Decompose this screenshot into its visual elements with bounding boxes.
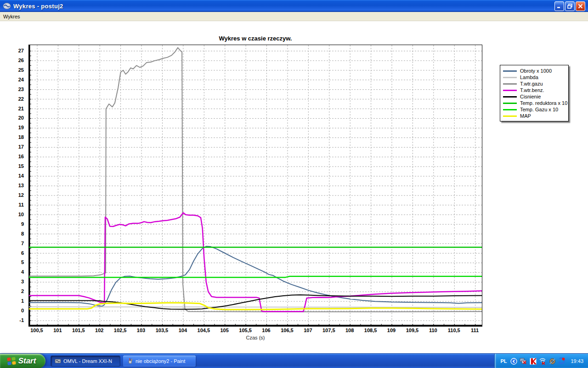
hide-icons-chevron[interactable] <box>510 357 517 365</box>
x-axis-tick-label: 102 <box>89 328 109 333</box>
legend-line-sample <box>503 103 517 104</box>
legend-label: T.wtr.benz. <box>520 87 544 93</box>
x-axis-tick-label: 104,5 <box>193 328 214 333</box>
volume-icon[interactable] <box>548 357 556 365</box>
x-axis-tick-label: 100,5 <box>27 328 47 333</box>
close-button[interactable] <box>576 1 585 11</box>
language-indicator[interactable]: PL <box>500 358 508 364</box>
legend-label: Obroty x 1000 <box>520 68 552 74</box>
legend-line-sample <box>503 109 517 110</box>
y-axis-tick-label: 18 <box>1 134 24 140</box>
start-label: Start <box>18 356 39 366</box>
kaspersky-icon[interactable] <box>529 357 537 365</box>
y-axis-tick-label: 19 <box>1 125 24 130</box>
omvl-task-icon <box>55 358 61 364</box>
legend-label: Temp. Gazu x 10 <box>520 107 558 112</box>
windows-logo-icon <box>6 356 17 366</box>
legend-label: Temp. reduktora x 10 <box>520 100 567 106</box>
legend-label: Cisnienie <box>520 94 541 99</box>
legend-item: Temp. reduktora x 10 <box>503 100 565 106</box>
x-axis-tick-label: 107,5 <box>319 328 339 333</box>
close-icon <box>578 4 583 9</box>
y-axis-tick-label: 9 <box>1 221 24 227</box>
y-axis-tick-label: 20 <box>1 115 24 121</box>
wireless-error-icon[interactable] <box>539 357 546 365</box>
x-axis-tick-label: 104 <box>173 328 193 333</box>
y-axis-tick-label: 10 <box>1 212 24 217</box>
plot-area <box>28 45 482 327</box>
chart-panel: Wykres w czasie rzeczyw. -10123456789101… <box>0 21 588 353</box>
y-axis-tick-label: 3 <box>1 279 24 284</box>
x-axis-tick-label: 108 <box>339 328 360 333</box>
legend-line-sample <box>503 96 517 98</box>
y-axis-tick-label: 15 <box>1 163 24 169</box>
y-axis-tick-label: 7 <box>1 241 24 246</box>
series-t-wtr-gazu <box>29 48 482 312</box>
y-axis-tick-label: 6 <box>1 250 24 256</box>
legend-line-sample <box>503 83 517 85</box>
taskbar-clock[interactable]: 19:43 <box>568 358 583 364</box>
y-axis-labels: -101234567891011121314151617181920212223… <box>0 21 26 353</box>
y-axis-tick-label: 27 <box>1 48 24 53</box>
y-axis-tick-label: 8 <box>1 231 24 236</box>
y-axis-tick-label: 14 <box>1 173 24 178</box>
legend-item: Temp. Gazu x 10 <box>503 106 565 113</box>
x-axis-tick-label: 101 <box>47 328 68 333</box>
legend-line-sample <box>503 70 517 72</box>
y-axis-tick-label: 0 <box>1 308 24 313</box>
network-disconnected-icon[interactable] <box>520 357 527 365</box>
series-map <box>29 303 482 310</box>
legend-line-sample <box>503 115 517 117</box>
x-axis-tick-label: 102,5 <box>110 328 130 333</box>
updates-icon[interactable] <box>558 357 565 365</box>
x-axis-labels: 100,5101101,5102102,5103103,5104104,5105… <box>0 328 505 334</box>
y-axis-tick-label: 11 <box>1 202 24 207</box>
x-axis-tick-label: 101,5 <box>68 328 89 333</box>
chart-title: Wykres w czasie rzeczyw. <box>28 35 482 42</box>
y-axis-tick-label: 21 <box>1 106 24 111</box>
legend-item: Lambda <box>503 74 565 80</box>
y-axis-tick-label: 12 <box>1 192 24 198</box>
y-axis-tick-label: -1 <box>1 317 24 323</box>
taskbar: Start OMVL - Dream XXI-N nie obciążony2 … <box>0 353 588 368</box>
task-label: OMVL - Dream XXI-N <box>63 358 112 364</box>
y-axis-tick-label: 24 <box>1 77 24 82</box>
y-axis-tick-label: 5 <box>1 259 24 265</box>
start-button[interactable]: Start <box>0 354 45 368</box>
x-axis-tick-label: 106,5 <box>277 328 297 333</box>
y-axis-tick-label: 22 <box>1 96 24 102</box>
minimize-button[interactable] <box>554 1 564 11</box>
minimize-icon <box>557 4 562 9</box>
y-axis-tick-label: 16 <box>1 154 24 159</box>
taskbar-task-paint[interactable]: nie obciążony2 - Paint <box>123 356 196 367</box>
menubar: Wykres <box>0 12 588 21</box>
y-axis-tick-label: 2 <box>1 288 24 294</box>
y-axis-tick-label: 1 <box>1 298 24 304</box>
x-axis-tick-label: 108,5 <box>361 328 381 333</box>
task-label: nie obciążony2 - Paint <box>136 358 185 364</box>
y-axis-tick-label: 26 <box>1 58 24 63</box>
x-axis-tick-label: 105 <box>215 328 235 333</box>
x-axis-tick-label: 105,5 <box>235 328 255 333</box>
taskbar-task-omvl[interactable]: OMVL - Dream XXI-N <box>51 356 120 367</box>
x-axis-tick-label: 103,5 <box>152 328 172 333</box>
legend-label: T.wtr.gazu <box>520 81 543 86</box>
x-axis-tick-label: 109 <box>381 328 401 333</box>
y-axis-tick-label: 4 <box>1 269 24 275</box>
restore-icon <box>567 4 572 9</box>
y-axis-tick-label: 13 <box>1 183 24 188</box>
x-axis-title: Czas (s) <box>28 335 482 340</box>
restore-button[interactable] <box>565 1 575 11</box>
x-axis-tick-label: 106 <box>256 328 277 333</box>
series-lambda <box>29 307 482 307</box>
legend-label: MAP <box>520 113 531 119</box>
system-tray: PL <box>494 354 588 368</box>
series-temp-gazu-x-10 <box>29 276 482 277</box>
menu-wykres[interactable]: Wykres <box>0 13 23 20</box>
legend-item: Obroty x 1000 <box>503 68 565 74</box>
y-axis-tick-label: 23 <box>1 86 24 92</box>
app-icon <box>3 2 11 10</box>
window-title: Wykres - postuj2 <box>13 3 63 10</box>
y-axis-tick-label: 17 <box>1 144 24 150</box>
window-titlebar: Wykres - postuj2 <box>0 0 588 12</box>
